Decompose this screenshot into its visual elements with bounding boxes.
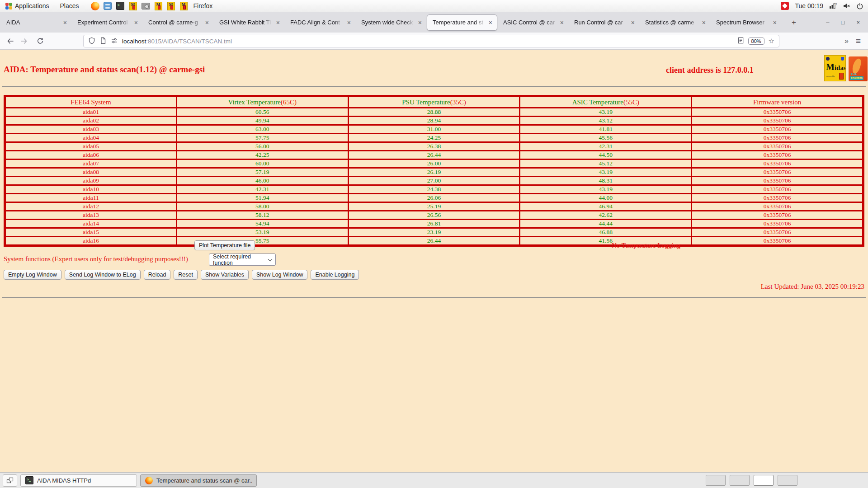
hamburger-menu-icon[interactable]: ≡ [856,36,861,46]
firefox-launcher-icon[interactable] [91,2,99,10]
table-row: aida1358.1226.5642.620x3350706 [5,211,863,220]
midas-launcher-icon[interactable]: M [154,2,163,10]
network-icon[interactable]: ? [829,2,837,9]
cell-firmware: 0x3350706 [692,134,863,142]
new-tab-button[interactable]: + [787,17,801,28]
back-icon[interactable] [4,35,17,47]
table-row: aida0556.0026.3842.310x3350706 [5,142,863,151]
browser-tab[interactable]: AIDA× [1,14,71,31]
cell-virtex: 58.00 [176,202,348,211]
midas-launcher-icon[interactable]: M [129,2,137,10]
places-label: Places [60,2,79,9]
cell-system: aida13 [5,211,177,220]
url-text[interactable]: localhost:8015/AIDA/TSCAN/TSCAN.tml [122,38,733,45]
tab-close-icon[interactable]: × [771,19,778,26]
maximize-icon[interactable]: □ [841,19,845,26]
zoom-level-chip[interactable]: 80% [748,38,764,45]
cell-system: aida15 [5,228,177,237]
permissions-icon[interactable] [111,37,118,46]
clock[interactable]: Tue 00:19 [795,2,823,9]
active-app-menu[interactable]: Firefox [188,0,218,12]
reload-icon[interactable] [33,35,47,47]
cell-psu: 26.06 [348,194,520,202]
tab-close-icon[interactable]: × [487,19,494,26]
volume-muted-icon[interactable] [843,2,850,9]
tab-close-icon[interactable]: × [132,19,140,26]
tab-close-icon[interactable]: × [274,19,282,26]
taskbar-task-firefox[interactable]: Temperature and status scan @ car... [140,474,257,487]
tab-close-icon[interactable]: × [203,19,211,26]
action-button[interactable]: Show Variables [201,270,249,280]
browser-tab[interactable]: System wide Check× [356,14,426,31]
page-info-icon[interactable] [99,37,107,46]
action-button[interactable]: Reset [174,270,198,280]
browser-tab[interactable]: Spectrum Browser× [711,14,781,31]
cell-system: aida12 [5,202,177,211]
workspace-cell[interactable] [778,475,797,486]
cell-asic: 46.94 [520,202,692,211]
browser-tab[interactable]: ASIC Control @ car× [498,14,568,31]
cell-asic: 43.19 [520,185,692,194]
power-icon[interactable] [856,2,863,9]
tcl-powered-logo[interactable]: TCL POWERED [849,56,868,81]
taskbar-task-midas-httpd[interactable]: >_ AIDA MIDAS HTTPd [20,474,137,487]
cell-system: aida11 [5,194,177,202]
action-button[interactable]: Show Log Window [252,270,308,280]
places-menu[interactable]: Places [55,0,85,12]
tab-close-icon[interactable]: × [345,19,353,26]
action-button[interactable]: Send Log Window to ELog [65,270,141,280]
cell-firmware: 0x3350706 [692,117,863,125]
browser-tab[interactable]: GSI White Rabbit Ti× [214,14,284,31]
close-icon[interactable]: × [856,19,860,26]
terminal-launcher-icon[interactable]: >_ [116,2,125,10]
tab-close-icon[interactable]: × [700,19,708,26]
shield-icon[interactable] [88,37,95,46]
screenshot-launcher-icon[interactable] [142,2,150,10]
table-row: aida1042.3124.3843.190x3350706 [5,185,863,194]
midas-launcher-icon[interactable]: M [179,2,188,10]
tab-close-icon[interactable]: × [61,19,69,26]
window-list-button[interactable] [3,474,17,487]
tab-title: Spectrum Browser [716,19,771,26]
overflow-menu-icon[interactable]: » [844,37,849,45]
tab-close-icon[interactable]: × [629,19,637,26]
files-launcher-icon[interactable] [104,2,112,10]
browser-tab[interactable]: FADC Align & Cont× [285,14,355,31]
recording-indicator-icon[interactable] [781,2,789,10]
midas-launcher-icon[interactable]: M [167,2,175,10]
plot-temperature-button[interactable]: Plot Temperature file [194,240,255,250]
applications-menu[interactable]: Applications [0,0,55,12]
tab-title: ASIC Control @ car [503,19,558,26]
browser-tab[interactable]: Statistics @ carme× [640,14,710,31]
midas-logo[interactable]: Midas powered by [824,55,846,81]
workspace-cell[interactable] [706,475,726,486]
workspace-cell[interactable] [754,475,774,486]
table-row: aida0160.5628.8843.190x3350706 [5,108,863,117]
action-button[interactable]: Reload [144,270,171,280]
browser-tab[interactable]: Experiment Control× [72,14,142,31]
reader-mode-icon[interactable] [737,37,744,45]
forward-icon[interactable] [17,35,31,47]
cell-firmware: 0x3350706 [692,125,863,134]
bookmark-star-icon[interactable]: ☆ [769,37,774,45]
table-row: aida1258.0025.1946.940x3350706 [5,202,863,211]
action-button[interactable]: Empty Log Window [4,270,61,280]
url-bar[interactable]: localhost:8015/AIDA/TSCAN/TSCAN.tml 80% … [83,35,779,47]
cell-virtex: 63.00 [176,125,348,134]
column-header: ASIC Temperature(55C) [520,96,692,108]
workspace-cell[interactable] [730,475,750,486]
cell-firmware: 0x3350706 [692,168,863,177]
browser-tab[interactable]: Control @ carme-g× [143,14,213,31]
tab-close-icon[interactable]: × [416,19,424,26]
url-path: :8015/AIDA/TSCAN/TSCAN.tml [146,38,232,45]
task-label: Temperature and status scan @ car... [156,477,252,484]
browser-tab[interactable]: Run Control @ car× [569,14,639,31]
action-button[interactable]: Enable Logging [311,270,359,280]
cell-virtex: 60.00 [176,160,348,168]
page-title: AIDA: Temperature and status scan(1.12) … [4,65,205,75]
column-header-limit: (35C) [450,99,466,106]
function-select[interactable]: Select required function [209,253,276,266]
minimize-icon[interactable]: – [826,19,829,26]
tab-close-icon[interactable]: × [558,19,566,26]
browser-tab[interactable]: Temperature and st× [427,14,497,31]
